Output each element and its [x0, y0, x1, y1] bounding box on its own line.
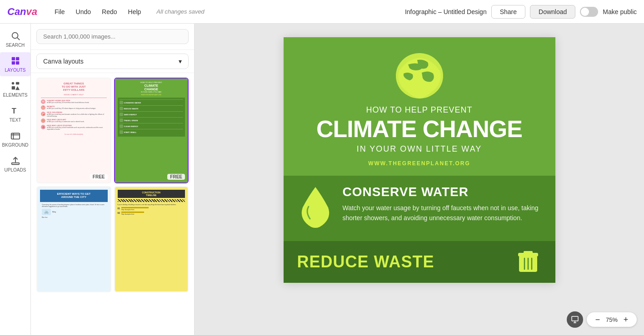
make-public-toggle[interactable]: [580, 7, 598, 17]
layouts-icon: [10, 56, 20, 66]
topbar-right: Infographic – Untitled Design Share Down…: [405, 5, 637, 19]
present-button[interactable]: [567, 311, 583, 328]
free-badge-charity: FREE: [90, 174, 108, 180]
text-icon: T: [10, 106, 20, 116]
sidebar-item-uploads[interactable]: UPLOADS: [0, 152, 30, 176]
svg-rect-5: [15, 61, 19, 64]
infographic-how-to: HOW TO HELP PREVENT: [366, 105, 472, 115]
svg-rect-2: [11, 57, 15, 60]
sidebar-item-text[interactable]: T TEXT: [0, 102, 30, 126]
topbar: Canva File Undo Redo Help All changes sa…: [0, 0, 644, 24]
svg-rect-8: [11, 86, 15, 89]
infographic-url: WWW.THEGREENPLANET.ORG: [368, 160, 470, 167]
download-button[interactable]: Download: [530, 5, 575, 19]
main-layout: SEARCH LAYOUTS ELEMENTS T TEXT: [0, 24, 644, 335]
dropdown-label: Canva layouts: [43, 58, 84, 65]
menu-bar: File Undo Redo Help: [50, 6, 145, 17]
bottom-bar: − 75% +: [567, 311, 637, 328]
layout-card-climate[interactable]: HOW TO HELP PREVENT CLIMATECHANGE IN YOU…: [114, 78, 189, 183]
zoom-controls: − 75% +: [587, 312, 637, 327]
svg-point-6: [11, 82, 14, 85]
svg-rect-4: [11, 61, 15, 64]
search-icon: [10, 31, 20, 41]
layouts-dropdown: Canva layouts ▾: [31, 50, 194, 73]
sidebar-item-elements[interactable]: ELEMENTS: [0, 77, 30, 101]
layouts-panel: Canva layouts ▾ GREAT THINGSTO DO WITH J…: [31, 24, 195, 335]
layouts-dropdown-button[interactable]: Canva layouts ▾: [36, 54, 189, 69]
layout-card-construction[interactable]: CONSTRUCTIONTIMELINE If you're thinking …: [114, 186, 189, 292]
infographic-section-conserve: CONSERVE WATER Watch your water usage by…: [284, 176, 555, 241]
svg-rect-7: [15, 82, 19, 85]
zoom-out-button[interactable]: −: [592, 314, 603, 325]
zoom-in-button[interactable]: +: [620, 314, 631, 325]
svg-rect-11: [11, 133, 19, 139]
canvas-area: HOW TO HELP PREVENT CLIMATE CHANGE IN YO…: [195, 24, 644, 335]
water-drop-icon: [297, 185, 334, 232]
background-icon: [10, 131, 20, 141]
menu-undo[interactable]: Undo: [71, 6, 95, 17]
infographic-conserve-text: CONSERVE WATER Watch your water usage by…: [343, 185, 542, 223]
canvas-preview[interactable]: HOW TO HELP PREVENT CLIMATE CHANGE IN YO…: [284, 37, 555, 283]
sidebar-text-label: TEXT: [10, 118, 21, 123]
make-public-label: Make public: [603, 8, 637, 15]
infographic: HOW TO HELP PREVENT CLIMATE CHANGE IN YO…: [284, 37, 555, 283]
svg-point-0: [12, 33, 18, 39]
svg-marker-9: [15, 86, 20, 90]
svg-line-1: [17, 38, 20, 40]
share-button[interactable]: Share: [491, 5, 525, 19]
zoom-level: 75%: [606, 316, 618, 323]
sidebar-layouts-label: LAYOUTS: [5, 68, 26, 73]
menu-help[interactable]: Help: [124, 6, 146, 17]
sidebar-search-label: SEARCH: [6, 43, 25, 48]
menu-file[interactable]: File: [50, 6, 70, 17]
sidebar-background-label: BKGROUND: [2, 143, 29, 148]
infographic-section-reduce: REDUCE WASTE: [284, 241, 555, 283]
svg-rect-14: [11, 163, 19, 165]
sidebar-icons: SEARCH LAYOUTS ELEMENTS T TEXT: [0, 24, 31, 335]
autosave-status: All changes saved: [156, 8, 205, 15]
svg-rect-18: [524, 251, 533, 254]
svg-text:T: T: [11, 107, 16, 115]
svg-rect-3: [15, 57, 19, 60]
reduce-title: REDUCE WASTE: [297, 252, 514, 271]
design-title: Infographic – Untitled Design: [405, 8, 487, 15]
sidebar-item-background[interactable]: BKGROUND: [0, 127, 30, 151]
menu-redo[interactable]: Redo: [97, 6, 121, 17]
infographic-main-title: CLIMATE CHANGE: [316, 117, 522, 142]
uploads-icon: [10, 156, 20, 166]
elements-icon: [10, 81, 20, 91]
canva-logo: Canva: [7, 6, 37, 18]
sidebar-uploads-label: UPLOADS: [5, 168, 26, 172]
layout-card-charity[interactable]: GREAT THINGSTO DO WITH JUSTFIFTY DOLLARS…: [36, 78, 111, 183]
layout-card-city[interactable]: EFFICIENT WAYS TO GETAROUND THE CITY Com…: [36, 186, 111, 292]
conserve-body: Watch your water usage by turning off fa…: [343, 203, 542, 223]
infographic-top: HOW TO HELP PREVENT CLIMATE CHANGE IN YO…: [284, 37, 555, 176]
search-input[interactable]: [36, 29, 189, 44]
globe-icon: [392, 51, 447, 101]
conserve-title: CONSERVE WATER: [343, 185, 542, 199]
svg-rect-22: [572, 316, 578, 321]
sidebar-item-layouts[interactable]: LAYOUTS: [0, 52, 30, 76]
chevron-down-icon: ▾: [179, 58, 182, 65]
sidebar-elements-label: ELEMENTS: [3, 93, 28, 98]
layouts-grid: GREAT THINGSTO DO WITH JUSTFIFTY DOLLARS…: [31, 73, 194, 297]
infographic-subtitle: IN YOUR OWN LITTLE WAY: [357, 144, 482, 154]
trash-icon: [514, 247, 542, 276]
search-bar: [31, 24, 194, 50]
sidebar-item-search[interactable]: SEARCH: [0, 27, 30, 51]
free-badge-climate: FREE: [167, 174, 185, 180]
